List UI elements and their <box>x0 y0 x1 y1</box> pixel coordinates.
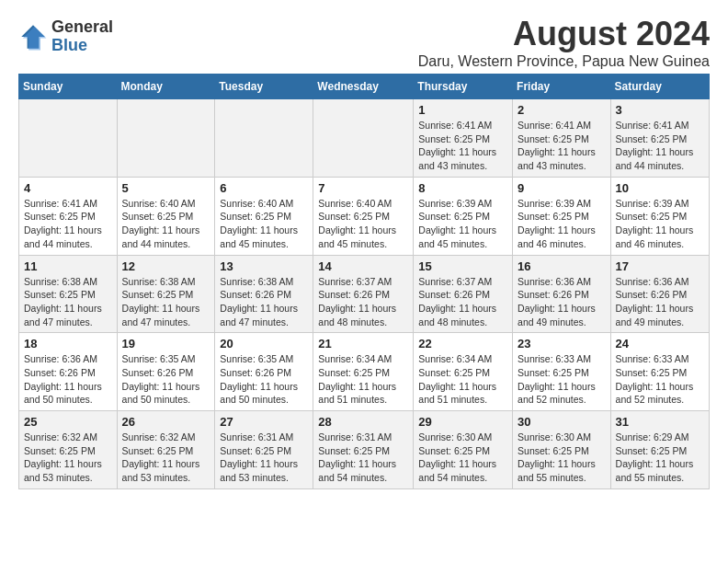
week-row-4: 18Sunrise: 6:36 AM Sunset: 6:26 PM Dayli… <box>19 333 710 411</box>
calendar-cell <box>117 99 215 178</box>
calendar-cell: 28Sunrise: 6:31 AM Sunset: 6:25 PM Dayli… <box>313 411 414 489</box>
day-detail: Sunrise: 6:40 AM Sunset: 6:25 PM Dayligh… <box>318 197 408 251</box>
calendar-cell: 25Sunrise: 6:32 AM Sunset: 6:25 PM Dayli… <box>19 411 118 489</box>
day-number: 21 <box>318 337 408 350</box>
day-number: 10 <box>616 181 704 195</box>
day-detail: Sunrise: 6:40 AM Sunset: 6:25 PM Dayligh… <box>220 197 308 251</box>
calendar-cell: 5Sunrise: 6:40 AM Sunset: 6:25 PM Daylig… <box>117 177 215 255</box>
day-detail: Sunrise: 6:37 AM Sunset: 6:26 PM Dayligh… <box>418 275 507 329</box>
day-number: 9 <box>518 181 606 195</box>
day-number: 26 <box>122 415 210 429</box>
day-number: 16 <box>518 259 606 273</box>
day-number: 12 <box>122 259 210 273</box>
day-number: 8 <box>418 181 507 195</box>
day-detail: Sunrise: 6:31 AM Sunset: 6:25 PM Dayligh… <box>318 431 408 485</box>
day-number: 14 <box>318 259 408 273</box>
day-detail: Sunrise: 6:39 AM Sunset: 6:25 PM Dayligh… <box>518 197 606 251</box>
calendar-table: SundayMondayTuesdayWednesdayThursdayFrid… <box>18 74 710 489</box>
calendar-cell: 23Sunrise: 6:33 AM Sunset: 6:25 PM Dayli… <box>513 333 611 411</box>
calendar-cell: 3Sunrise: 6:41 AM Sunset: 6:25 PM Daylig… <box>610 99 709 178</box>
day-detail: Sunrise: 6:40 AM Sunset: 6:25 PM Dayligh… <box>122 197 210 251</box>
calendar-cell <box>215 99 313 178</box>
day-detail: Sunrise: 6:31 AM Sunset: 6:25 PM Dayligh… <box>220 431 308 485</box>
day-detail: Sunrise: 6:35 AM Sunset: 6:26 PM Dayligh… <box>122 352 210 407</box>
day-number: 5 <box>122 181 210 195</box>
day-detail: Sunrise: 6:34 AM Sunset: 6:25 PM Dayligh… <box>418 352 507 407</box>
day-number: 2 <box>518 103 606 117</box>
day-number: 18 <box>24 337 112 350</box>
header-row: SundayMondayTuesdayWednesdayThursdayFrid… <box>19 75 710 99</box>
day-detail: Sunrise: 6:36 AM Sunset: 6:26 PM Dayligh… <box>616 275 704 329</box>
calendar-cell: 29Sunrise: 6:30 AM Sunset: 6:25 PM Dayli… <box>414 411 513 489</box>
day-number: 1 <box>418 103 507 117</box>
calendar-cell: 24Sunrise: 6:33 AM Sunset: 6:25 PM Dayli… <box>610 333 709 411</box>
calendar-cell: 10Sunrise: 6:39 AM Sunset: 6:25 PM Dayli… <box>610 177 709 255</box>
svg-marker-1 <box>23 27 47 51</box>
day-detail: Sunrise: 6:36 AM Sunset: 6:26 PM Dayligh… <box>24 352 112 407</box>
day-detail: Sunrise: 6:41 AM Sunset: 6:25 PM Dayligh… <box>616 119 704 173</box>
day-detail: Sunrise: 6:41 AM Sunset: 6:25 PM Dayligh… <box>518 119 606 173</box>
week-row-1: 1Sunrise: 6:41 AM Sunset: 6:25 PM Daylig… <box>19 99 710 178</box>
logo-text: General Blue <box>51 18 113 55</box>
calendar-cell: 15Sunrise: 6:37 AM Sunset: 6:26 PM Dayli… <box>414 255 513 333</box>
day-number: 25 <box>24 415 112 429</box>
day-detail: Sunrise: 6:38 AM Sunset: 6:25 PM Dayligh… <box>24 275 112 329</box>
day-number: 30 <box>518 415 606 429</box>
day-detail: Sunrise: 6:30 AM Sunset: 6:25 PM Dayligh… <box>518 431 606 485</box>
calendar-body: 1Sunrise: 6:41 AM Sunset: 6:25 PM Daylig… <box>19 99 710 489</box>
day-detail: Sunrise: 6:32 AM Sunset: 6:25 PM Dayligh… <box>122 431 210 485</box>
col-header-monday: Monday <box>117 75 215 99</box>
calendar-cell: 6Sunrise: 6:40 AM Sunset: 6:25 PM Daylig… <box>215 177 313 255</box>
calendar-cell: 19Sunrise: 6:35 AM Sunset: 6:26 PM Dayli… <box>117 333 215 411</box>
calendar-cell: 4Sunrise: 6:41 AM Sunset: 6:25 PM Daylig… <box>19 177 118 255</box>
main-title: August 2024 <box>418 15 710 53</box>
day-number: 7 <box>318 181 408 195</box>
calendar-cell: 20Sunrise: 6:35 AM Sunset: 6:26 PM Dayli… <box>215 333 313 411</box>
day-number: 29 <box>418 415 507 429</box>
day-number: 6 <box>220 181 308 195</box>
day-detail: Sunrise: 6:34 AM Sunset: 6:25 PM Dayligh… <box>318 352 408 407</box>
calendar-cell: 7Sunrise: 6:40 AM Sunset: 6:25 PM Daylig… <box>313 177 414 255</box>
calendar-cell: 14Sunrise: 6:37 AM Sunset: 6:26 PM Dayli… <box>313 255 414 333</box>
calendar-cell: 17Sunrise: 6:36 AM Sunset: 6:26 PM Dayli… <box>610 255 709 333</box>
day-number: 4 <box>24 181 112 195</box>
day-detail: Sunrise: 6:32 AM Sunset: 6:25 PM Dayligh… <box>24 431 112 485</box>
day-detail: Sunrise: 6:41 AM Sunset: 6:25 PM Dayligh… <box>24 197 112 251</box>
day-number: 11 <box>24 259 112 273</box>
col-header-saturday: Saturday <box>610 75 709 99</box>
calendar-cell: 26Sunrise: 6:32 AM Sunset: 6:25 PM Dayli… <box>117 411 215 489</box>
day-detail: Sunrise: 6:33 AM Sunset: 6:25 PM Dayligh… <box>616 352 704 407</box>
day-number: 3 <box>616 103 704 117</box>
day-detail: Sunrise: 6:33 AM Sunset: 6:25 PM Dayligh… <box>518 352 606 407</box>
col-header-sunday: Sunday <box>19 75 118 99</box>
day-number: 23 <box>518 337 606 350</box>
page-header: General Blue August 2024 Daru, Western P… <box>18 15 710 70</box>
logo-blue: Blue <box>51 37 113 55</box>
calendar-cell: 2Sunrise: 6:41 AM Sunset: 6:25 PM Daylig… <box>513 99 611 178</box>
calendar-cell: 22Sunrise: 6:34 AM Sunset: 6:25 PM Dayli… <box>414 333 513 411</box>
day-number: 19 <box>122 337 210 350</box>
calendar-cell: 8Sunrise: 6:39 AM Sunset: 6:25 PM Daylig… <box>414 177 513 255</box>
day-detail: Sunrise: 6:30 AM Sunset: 6:25 PM Dayligh… <box>418 431 507 485</box>
week-row-3: 11Sunrise: 6:38 AM Sunset: 6:25 PM Dayli… <box>19 255 710 333</box>
day-number: 20 <box>220 337 308 350</box>
day-detail: Sunrise: 6:39 AM Sunset: 6:25 PM Dayligh… <box>418 197 507 251</box>
calendar-cell: 18Sunrise: 6:36 AM Sunset: 6:26 PM Dayli… <box>19 333 118 411</box>
calendar-cell: 30Sunrise: 6:30 AM Sunset: 6:25 PM Dayli… <box>513 411 611 489</box>
week-row-5: 25Sunrise: 6:32 AM Sunset: 6:25 PM Dayli… <box>19 411 710 489</box>
day-number: 17 <box>616 259 704 273</box>
day-detail: Sunrise: 6:37 AM Sunset: 6:26 PM Dayligh… <box>318 275 408 329</box>
day-detail: Sunrise: 6:38 AM Sunset: 6:26 PM Dayligh… <box>220 275 308 329</box>
day-number: 28 <box>318 415 408 429</box>
calendar-cell: 11Sunrise: 6:38 AM Sunset: 6:25 PM Dayli… <box>19 255 118 333</box>
day-detail: Sunrise: 6:39 AM Sunset: 6:25 PM Dayligh… <box>616 197 704 251</box>
calendar-cell: 12Sunrise: 6:38 AM Sunset: 6:25 PM Dayli… <box>117 255 215 333</box>
day-detail: Sunrise: 6:35 AM Sunset: 6:26 PM Dayligh… <box>220 352 308 407</box>
calendar-cell: 16Sunrise: 6:36 AM Sunset: 6:26 PM Dayli… <box>513 255 611 333</box>
day-number: 27 <box>220 415 308 429</box>
calendar-cell: 1Sunrise: 6:41 AM Sunset: 6:25 PM Daylig… <box>414 99 513 178</box>
col-header-thursday: Thursday <box>414 75 513 99</box>
day-detail: Sunrise: 6:36 AM Sunset: 6:26 PM Dayligh… <box>518 275 606 329</box>
calendar-header: SundayMondayTuesdayWednesdayThursdayFrid… <box>19 75 710 99</box>
calendar-cell <box>19 99 118 178</box>
